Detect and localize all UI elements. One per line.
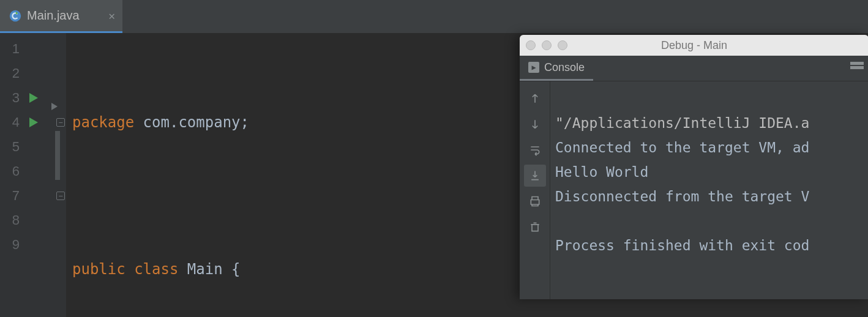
console-tab[interactable]: ▶ Console xyxy=(520,56,593,81)
code-token: { xyxy=(223,261,241,278)
console-run-icon: ▶ xyxy=(528,62,539,73)
print-icon[interactable] xyxy=(524,190,546,212)
code-token: public class xyxy=(72,261,187,278)
console-output[interactable]: "/Applications/IntelliJ IDEA.a Connected… xyxy=(550,81,868,299)
console-line: Disconnected from the target V xyxy=(555,188,809,204)
line-number: 6 xyxy=(0,163,20,179)
console-line: Hello World xyxy=(555,164,648,180)
window-controls xyxy=(526,40,567,50)
caret-line-highlight xyxy=(55,131,60,180)
line-number: 1 xyxy=(0,41,20,57)
run-gutter-icon[interactable] xyxy=(29,93,38,103)
traffic-light-minimize[interactable] xyxy=(542,40,552,50)
svg-point-0 xyxy=(10,10,21,21)
line-number: 5 xyxy=(0,139,20,155)
debug-titlebar[interactable]: Debug - Main xyxy=(520,35,868,56)
close-icon[interactable]: ✕ xyxy=(108,9,115,22)
fold-collapse-icon[interactable]: − xyxy=(56,192,65,200)
traffic-light-close[interactable] xyxy=(526,40,536,50)
code-token: Main xyxy=(187,261,223,278)
run-gutter-icon[interactable] xyxy=(29,117,38,127)
console-line: "/Applications/IntelliJ IDEA.a xyxy=(555,115,809,131)
console-line: Process finished with exit cod xyxy=(555,237,809,253)
debug-body: "/Applications/IntelliJ IDEA.a Connected… xyxy=(520,81,868,299)
console-line: Connected to the target VM, ad xyxy=(555,140,809,155)
line-number: 7 xyxy=(0,188,20,204)
line-number: 3 xyxy=(0,90,20,106)
clear-all-icon[interactable] xyxy=(524,216,546,238)
editor-tab-main-java[interactable]: Main.java ✕ xyxy=(0,0,122,33)
code-token: com.company; xyxy=(134,114,249,131)
line-number: 2 xyxy=(0,65,20,81)
scroll-to-end-icon[interactable] xyxy=(524,165,546,187)
console-toolbar xyxy=(520,81,550,299)
fold-collapse-icon[interactable]: − xyxy=(56,118,65,127)
editor-tab-label: Main.java xyxy=(27,9,80,23)
layout-settings-icon[interactable] xyxy=(850,62,864,75)
traffic-light-zoom[interactable] xyxy=(558,40,567,50)
class-file-icon xyxy=(9,9,22,23)
debug-window-title: Debug - Main xyxy=(661,39,727,52)
line-number: 9 xyxy=(0,237,20,253)
console-tab-label: Console xyxy=(544,61,585,74)
soft-wrap-icon[interactable] xyxy=(524,139,546,161)
debug-tabs: ▶ Console xyxy=(520,56,868,81)
editor-tabs: Main.java ✕ xyxy=(0,0,868,33)
down-stack-icon[interactable] xyxy=(524,113,546,135)
fold-arrow-icon[interactable] xyxy=(51,103,58,110)
debug-tool-window: Debug - Main ▶ Console xyxy=(520,35,868,299)
line-number: 8 xyxy=(0,212,20,228)
line-number: 4 xyxy=(0,114,20,130)
up-stack-icon[interactable] xyxy=(524,88,546,110)
code-token: package xyxy=(72,114,134,131)
